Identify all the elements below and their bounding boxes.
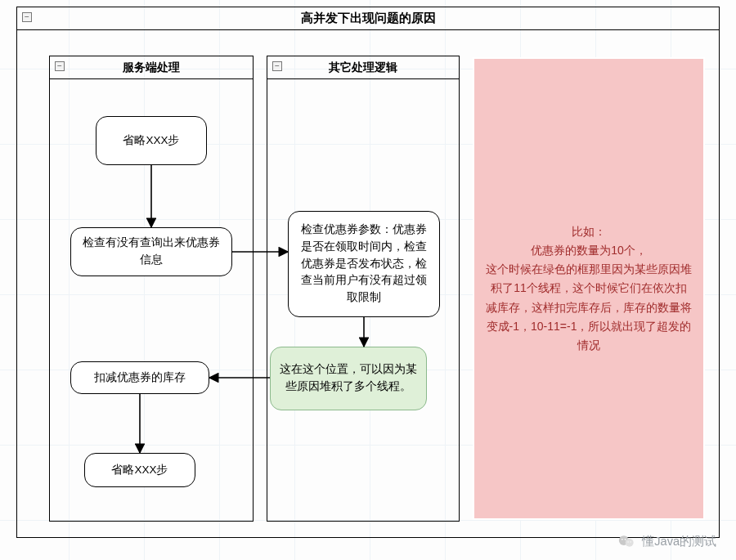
node-skip1-label: 省略XXX步 [123,132,179,150]
wechat-icon [617,532,635,550]
note-line-0: 比如： [486,222,692,241]
note-line-2: 这个时候在绿色的框那里因为某些原因堆积了11个线程，这个时候它们在依次扣减库存，… [486,260,692,354]
note-text: 比如： 优惠券的数量为10个， 这个时候在绿色的框那里因为某些原因堆积了11个线… [486,222,692,355]
note-line-1: 优惠券的数量为10个， [486,241,692,260]
svg-point-2 [622,539,623,540]
diagram-canvas: − 高并发下出现问题的原因 − 服务端处理 − 其它处理逻辑 比如： 优惠券的数… [0,0,736,560]
watermark-text: 懂Java的测试 [642,534,716,549]
svg-point-5 [631,541,631,542]
node-green-note[interactable]: 这在这个位置，可以因为某些原因堆积了多个线程。 [270,347,427,410]
node-deduct-stock-label: 扣减优惠券的库存 [94,370,186,387]
outer-title: 高并发下出现问题的原因 [17,7,719,30]
watermark: 懂Java的测试 [617,532,716,550]
svg-point-1 [626,539,634,547]
outer-title-text: 高并发下出现问题的原因 [301,11,436,26]
swimlane-other-title-text: 其它处理逻辑 [329,60,397,75]
node-deduct-stock[interactable]: 扣减优惠券的库存 [70,361,209,394]
node-skip2[interactable]: 省略XXX步 [84,453,195,487]
node-skip2-label: 省略XXX步 [111,462,168,479]
swimlane-server-title: 服务端处理 [50,56,253,79]
swimlane-server-title-text: 服务端处理 [123,60,180,75]
node-check-params-label: 检查优惠券参数：优惠券是否在领取时间内，检查优惠券是否发布状态，检查当前用户有没… [297,222,431,307]
node-green-note-label: 这在这个位置，可以因为某些原因堆积了多个线程。 [279,361,418,396]
swimlane-other-collapse-button[interactable]: − [272,61,282,71]
note-panel: 比如： 优惠券的数量为10个， 这个时候在绿色的框那里因为某些原因堆积了11个线… [473,57,705,520]
node-check-params[interactable]: 检查优惠券参数：优惠券是否在领取时间内，检查优惠券是否发布状态，检查当前用户有没… [288,211,440,317]
svg-point-3 [625,539,626,540]
swimlane-server-collapse-button[interactable]: − [55,61,65,71]
node-check-coupon-info[interactable]: 检查有没有查询出来优惠券信息 [70,227,232,276]
node-skip1[interactable]: 省略XXX步 [96,116,207,165]
svg-point-4 [628,541,629,542]
swimlane-other-title: 其它处理逻辑 [267,56,459,79]
node-check-coupon-info-label: 检查有没有查询出来优惠券信息 [79,235,223,269]
